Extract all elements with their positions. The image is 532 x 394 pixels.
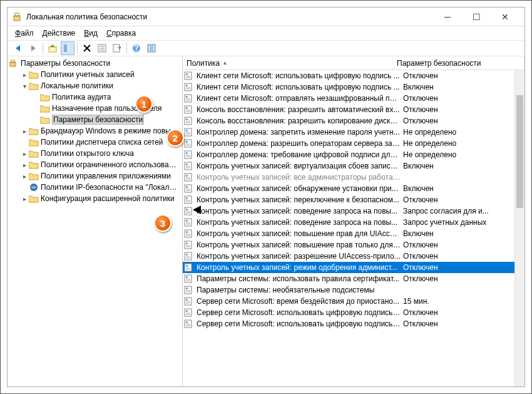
svg-rect-37 (185, 128, 192, 136)
policy-row[interactable]: Контроль учетных записей: переключение к… (183, 194, 524, 205)
policy-value: Отключен (403, 319, 524, 328)
policy-name: Контроллер домена: разрешить операторам … (197, 139, 403, 148)
back-button[interactable] (11, 41, 25, 55)
svg-rect-74 (186, 231, 188, 233)
tree-item[interactable]: ▸Политики ограниченного использования (8, 159, 182, 170)
forward-button[interactable] (26, 41, 40, 55)
svg-rect-46 (186, 152, 188, 154)
menu-view[interactable]: Вид (80, 28, 101, 39)
up-button[interactable] (46, 41, 59, 55)
policy-value: Отключен (403, 274, 524, 283)
tree-item[interactable]: ▸Конфигурация расширенной политики (8, 193, 182, 204)
minimize-button[interactable]: ─ (433, 8, 462, 26)
tree-item[interactable]: Политики IP-безопасности на "Локальный к… (8, 182, 182, 193)
svg-rect-9 (113, 44, 120, 52)
scrollbar-thumb[interactable] (516, 95, 523, 208)
policy-row[interactable]: Клиент сети Microsoft: отправлять незаши… (183, 93, 524, 104)
policy-value: Включен (403, 162, 524, 170)
menu-file[interactable]: Файл (11, 28, 38, 39)
policy-value: Отключен (403, 117, 524, 125)
properties-button[interactable] (95, 41, 109, 55)
expander-icon[interactable]: ▸ (20, 71, 29, 78)
svg-rect-22 (186, 85, 188, 86)
menu-help[interactable]: Справка (103, 28, 140, 39)
policy-row[interactable]: Консоль восстановления: разрешить копиро… (183, 115, 524, 127)
callout-3-arrow (193, 205, 201, 214)
tree-item-label: Локальные политики (41, 81, 113, 90)
tree-item[interactable]: ▸Политики открытого ключа (8, 148, 182, 159)
tree-item-label: Брандмауэр Windows в режиме повышенной б… (41, 127, 180, 135)
expander-icon[interactable]: ▸ (20, 150, 29, 157)
tree-item[interactable]: ▸Политики учетных записей (8, 69, 182, 80)
policy-row[interactable]: Контроль учетных записей: виртуализация … (183, 160, 524, 172)
policy-row[interactable]: Контроллер домена: требование цифровой п… (183, 149, 524, 160)
tree-root[interactable]: Параметры безопасности (8, 58, 182, 69)
policy-row[interactable]: Сервер сети Microsoft: использовать цифр… (183, 307, 524, 318)
tree-item[interactable]: Назначение прав пользователя (8, 103, 182, 114)
help-button[interactable]: ? (130, 41, 143, 55)
expander-icon[interactable]: ▸ (20, 128, 29, 135)
toolbar: ? (8, 40, 524, 56)
tree-item-label: Политики ограниченного использования (41, 160, 180, 169)
policy-value: Отключен (403, 308, 524, 317)
tree-item-label: Политики учетных записей (41, 70, 135, 79)
policy-row[interactable]: Клиент сети Microsoft: использовать цифр… (183, 70, 524, 81)
svg-rect-45 (185, 151, 192, 158)
policy-row[interactable]: Контроль учетных записей: поведение запр… (183, 217, 524, 228)
tree-item[interactable]: Политика аудита (8, 91, 182, 103)
expander-icon[interactable]: ▾ (20, 83, 29, 90)
svg-rect-25 (185, 95, 192, 102)
policy-row[interactable]: Контроль учетных записей: разрешение UIA… (183, 251, 524, 262)
refresh-button[interactable] (145, 41, 158, 55)
tree-item[interactable]: ▾Локальные политики (8, 80, 182, 91)
maximize-button[interactable]: ☐ (462, 8, 491, 26)
policy-row[interactable]: Контроллер домена: разрешить операторам … (183, 138, 524, 149)
policy-name: Контроль учетных записей: поведение запр… (197, 218, 403, 227)
svg-rect-86 (186, 265, 188, 267)
list-pane[interactable]: Политика ▲ Параметр безопасности Клиент … (183, 56, 524, 386)
tree-item[interactable]: Политики диспетчера списка сетей (8, 137, 182, 148)
policy-value: Отключен (403, 241, 524, 249)
column-header-setting[interactable]: Параметр безопасности (393, 56, 524, 70)
policy-name: Параметры системы: использовать правила … (197, 274, 403, 283)
svg-rect-73 (185, 230, 192, 237)
policy-row[interactable]: Контроль учетных записей: режим одобрени… (183, 262, 524, 273)
policy-row[interactable]: Клиент сети Microsoft: использовать цифр… (183, 81, 524, 93)
tree-item[interactable]: ▸Политики управления приложениями (8, 170, 182, 182)
close-button[interactable]: ✕ (491, 8, 519, 26)
svg-rect-12 (148, 44, 151, 52)
column-header-policy[interactable]: Политика ▲ (183, 56, 393, 70)
policy-name: Клиент сети Microsoft: использовать цифр… (197, 71, 403, 80)
svg-rect-53 (185, 174, 192, 181)
policy-row[interactable]: Консоль восстановления: разрешить автома… (183, 104, 524, 115)
scrollbar-vertical[interactable] (514, 70, 524, 386)
svg-rect-94 (186, 288, 188, 289)
policy-row[interactable]: Параметры системы: необязательные подсис… (183, 284, 524, 296)
expander-icon[interactable]: ▸ (20, 195, 29, 202)
expander-icon[interactable]: ▸ (20, 162, 29, 168)
tree-root-label: Параметры безопасности (21, 59, 110, 68)
policy-row[interactable]: Контроль учетных записей: обнаружение ус… (183, 183, 524, 194)
policy-row[interactable]: Контроль учетных записей: все администра… (183, 172, 524, 183)
expander-icon[interactable]: ▸ (20, 173, 29, 180)
policy-row[interactable]: Контроллер домена: запретить изменение п… (183, 127, 524, 138)
delete-button[interactable] (80, 41, 94, 55)
tree-item[interactable]: Параметры безопасности (8, 114, 182, 125)
svg-rect-65 (185, 207, 192, 215)
svg-rect-26 (186, 96, 188, 98)
svg-rect-102 (186, 310, 188, 312)
tree-item[interactable]: ▸Брандмауэр Windows в режиме повышенной … (8, 125, 182, 137)
export-button[interactable] (110, 41, 124, 55)
svg-rect-82 (186, 254, 188, 256)
svg-rect-98 (186, 299, 188, 301)
svg-rect-2 (49, 47, 56, 52)
menu-action[interactable]: Действие (39, 28, 79, 39)
policy-row[interactable]: Контроль учетных записей: повышение прав… (183, 228, 524, 239)
policy-row[interactable]: Параметры системы: использовать правила … (183, 273, 524, 284)
policy-row[interactable]: Контроль учетных записей: поведение запр… (183, 205, 524, 217)
policy-row[interactable]: Сервер сети Microsoft: время бездействия… (183, 296, 524, 307)
tree-view-button[interactable] (61, 41, 74, 55)
policy-value: Запрос согласия для и... (403, 207, 524, 215)
policy-row[interactable]: Контроль учетных записей: повышение прав… (183, 239, 524, 251)
policy-row[interactable]: Сервер сети Microsoft: использовать цифр… (183, 318, 524, 329)
